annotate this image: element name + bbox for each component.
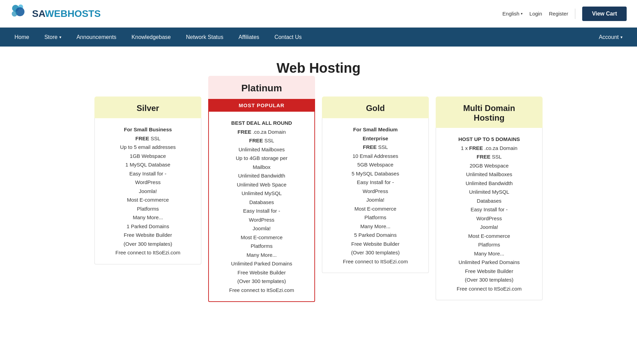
nav-store[interactable]: Store	[37, 28, 69, 47]
nav-contact-us[interactable]: Contact Us	[267, 28, 309, 47]
plan-silver-name: Silver	[136, 103, 159, 113]
language-chevron-icon: ▾	[521, 12, 523, 16]
logo-icon	[10, 4, 29, 23]
svg-point-3	[12, 11, 17, 17]
register-link[interactable]: Register	[549, 11, 568, 17]
nav-bar: Home Store Announcements Knowledgebase N…	[0, 28, 637, 47]
top-bar-divider	[575, 9, 575, 19]
top-right-area: English ▾ Login Register View Cart	[503, 7, 627, 21]
nav-knowledgebase[interactable]: Knowledgebase	[124, 28, 179, 47]
plan-gold-body: For Small Medium Enterprise FREE SSL 10 …	[322, 118, 429, 273]
most-popular-badge: MOST POPULAR	[208, 99, 315, 112]
language-selector[interactable]: English ▾	[503, 11, 523, 17]
plans-container: Silver For Small Business FREE SSL Up to…	[77, 86, 560, 316]
plan-platinum: Platinum MOST POPULAR BEST DEAL ALL ROUN…	[208, 76, 315, 302]
page-title: Web Hosting	[0, 47, 637, 86]
plan-multi-domain-name: Multi DomainHosting	[463, 103, 515, 122]
plan-silver: Silver For Small Business FREE SSL Up to…	[94, 97, 201, 264]
plan-multi-domain-header: Multi DomainHosting	[436, 97, 543, 128]
plan-platinum-name: Platinum	[241, 83, 282, 93]
language-label: English	[503, 11, 519, 17]
logo-area[interactable]: SAWEBHOSTS	[10, 4, 101, 23]
plan-multi-domain: Multi DomainHosting HOST UP TO 5 DOMAINS…	[436, 97, 543, 300]
plan-silver-header: Silver	[94, 97, 201, 118]
plan-gold: Gold For Small Medium Enterprise FREE SS…	[322, 97, 429, 273]
nav-account[interactable]: Account	[591, 28, 630, 47]
plan-platinum-header-wrapper: Platinum	[208, 76, 315, 99]
plan-platinum-body: BEST DEAL ALL ROUND FREE .co.za Domain F…	[208, 112, 315, 302]
plan-gold-header: Gold	[322, 97, 429, 118]
nav-announcements[interactable]: Announcements	[69, 28, 124, 47]
top-bar: SAWEBHOSTS English ▾ Login Register View…	[0, 0, 637, 28]
nav-home[interactable]: Home	[7, 28, 37, 47]
nav-affiliates[interactable]: Affiliates	[231, 28, 267, 47]
logo-text: SAWEBHOSTS	[32, 8, 101, 19]
nav-network-status[interactable]: Network Status	[178, 28, 231, 47]
plan-multi-domain-body: HOST UP TO 5 DOMAINS 1 x FREE .co.za Dom…	[436, 128, 543, 300]
view-cart-button[interactable]: View Cart	[582, 7, 627, 21]
plan-gold-name: Gold	[366, 103, 385, 113]
plan-silver-body: For Small Business FREE SSL Up to 5 emai…	[94, 118, 201, 264]
login-link[interactable]: Login	[529, 11, 542, 17]
